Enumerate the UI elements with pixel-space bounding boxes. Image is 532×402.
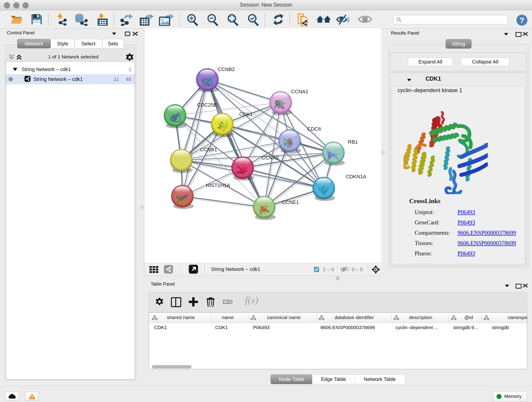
svg-text:CCNA1: CCNA1 [291,89,308,95]
svg-text:CDK1: CDK1 [239,111,253,117]
svg-text:CCNA2: CCNA2 [262,155,279,161]
svg-text:CDC6: CDC6 [307,126,321,132]
svg-text:CCNB2: CCNB2 [218,66,235,72]
svg-text:HIST1H1A: HIST1H1A [206,182,230,188]
svg-text:RB1: RB1 [348,139,358,145]
svg-text:CCNE1: CCNE1 [282,199,299,205]
svg-text:?: ? [520,16,525,25]
svg-text:CCNB1: CCNB1 [200,147,217,153]
svg-text:CDKN1A: CDKN1A [346,174,366,179]
svg-text:CDC25B: CDC25B [197,102,217,108]
